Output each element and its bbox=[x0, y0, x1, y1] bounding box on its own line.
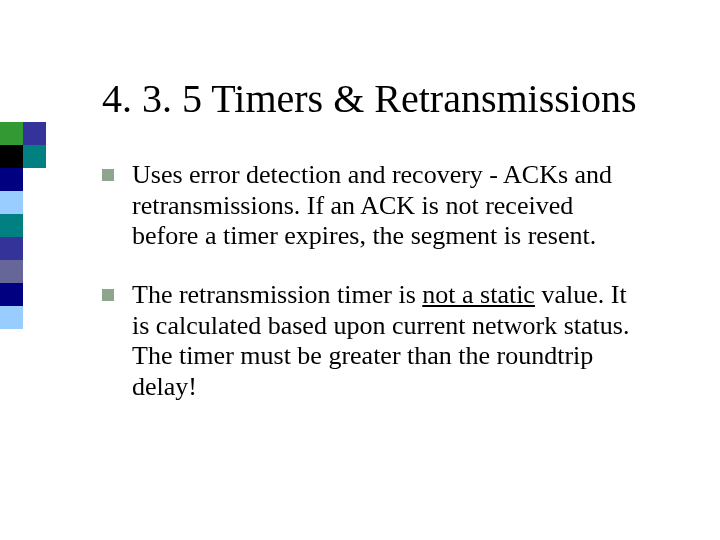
text-run: Uses error detection and recovery - ACKs… bbox=[132, 160, 612, 250]
deco-square bbox=[0, 260, 23, 283]
deco-square bbox=[0, 283, 23, 306]
text-run: The retransmission timer is bbox=[132, 280, 422, 309]
deco-square bbox=[0, 145, 23, 168]
slide-title: 4. 3. 5 Timers & Retransmissions bbox=[102, 78, 637, 120]
bullet-text: The retransmission timer is not a static… bbox=[132, 280, 642, 403]
bullet-icon bbox=[102, 169, 114, 181]
deco-square bbox=[0, 237, 23, 260]
deco-square bbox=[0, 122, 23, 145]
deco-square bbox=[23, 122, 46, 145]
bullet-text: Uses error detection and recovery - ACKs… bbox=[132, 160, 642, 252]
slide-body: Uses error detection and recovery - ACKs… bbox=[102, 160, 642, 431]
deco-square bbox=[23, 145, 46, 168]
text-run-underlined: not a static bbox=[422, 280, 535, 309]
deco-square bbox=[0, 191, 23, 214]
deco-square bbox=[0, 306, 23, 329]
bullet-icon bbox=[102, 289, 114, 301]
slide: 4. 3. 5 Timers & Retransmissions Uses er… bbox=[0, 0, 720, 540]
deco-square bbox=[0, 168, 23, 191]
decorative-sidebar bbox=[0, 122, 46, 329]
list-item: The retransmission timer is not a static… bbox=[102, 280, 642, 403]
list-item: Uses error detection and recovery - ACKs… bbox=[102, 160, 642, 252]
deco-square bbox=[0, 214, 23, 237]
